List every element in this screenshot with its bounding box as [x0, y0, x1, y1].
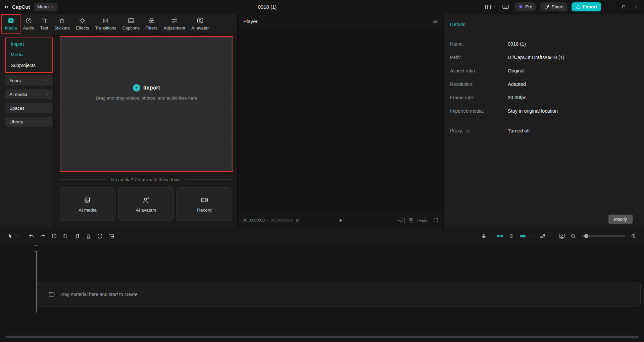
mask-icon [97, 233, 103, 239]
modify-button[interactable]: Modify [608, 215, 633, 224]
detail-value: Stay in original location [508, 108, 558, 114]
detail-value: Original [508, 68, 525, 73]
select-tool-button[interactable] [5, 231, 16, 241]
timeline-empty-hint: Drag material here and start to create [59, 292, 138, 297]
detail-label: Resolution: [450, 81, 508, 87]
film-track-icon [48, 291, 55, 298]
trim-right-button[interactable] [71, 231, 83, 241]
overlay-pip-button[interactable] [105, 231, 117, 241]
chevron-down-icon[interactable] [16, 234, 19, 238]
redo-button[interactable] [37, 231, 48, 241]
empty-track-dropzone[interactable]: Drag material here and start to create [37, 282, 641, 306]
tab-label: Captions [122, 25, 139, 31]
trim-left-button[interactable] [60, 231, 71, 241]
menu-button[interactable]: Menu [34, 3, 57, 11]
tab-ai-avatar[interactable]: AI avatar [188, 15, 212, 33]
maximize-button[interactable] [621, 4, 627, 10]
timeline-zoom-slider[interactable] [582, 235, 625, 237]
tab-stickers[interactable]: Stickers [51, 15, 73, 33]
sidebar-group-ai-media[interactable]: AI media [5, 89, 53, 99]
tab-filters[interactable]: Filters [143, 15, 160, 33]
export-button[interactable]: Export [572, 2, 601, 11]
maximize-icon [622, 5, 626, 9]
sidebar-item-import[interactable]: Import [6, 39, 52, 49]
voiceover-button[interactable] [478, 231, 490, 241]
auto-snap-toggle[interactable] [517, 231, 529, 241]
details-title: Details [450, 21, 638, 27]
sidebar-group-library[interactable]: Library [5, 117, 53, 127]
tab-effects[interactable]: Effects [73, 15, 92, 33]
import-drop-inner: Import Drag and drop videos, photos, and… [61, 38, 232, 170]
tab-adjustment[interactable]: Adjustment [160, 15, 188, 33]
annotation-box-import-section: Import Media Subprojects [5, 38, 53, 73]
export-label: Export [583, 4, 597, 9]
filters-tab-icon [148, 17, 155, 24]
zoom-in-button[interactable] [628, 231, 639, 241]
pro-button[interactable]: Pro [514, 2, 536, 11]
play-button[interactable] [337, 217, 344, 224]
details-divider [450, 121, 638, 121]
magnet-snapping-toggle[interactable] [506, 231, 517, 241]
playhead[interactable] [34, 245, 39, 251]
detail-row-imported-media: Imported media: Stay in original locatio… [450, 104, 638, 118]
total-timecode: 00:00:00:00 [271, 218, 293, 223]
undo-button[interactable] [26, 231, 37, 241]
info-icon[interactable] [465, 128, 470, 133]
import-cta-button[interactable]: Import [133, 84, 160, 92]
track-options-button[interactable] [537, 231, 548, 241]
chevron-down-icon [46, 79, 49, 82]
chevron-down-icon[interactable] [529, 234, 532, 238]
minimize-icon [609, 5, 613, 9]
logo-text: CapCut [12, 4, 30, 10]
preview-render-button[interactable] [556, 231, 567, 241]
fullscreen-button[interactable] [433, 217, 439, 223]
record-card[interactable]: Record [177, 187, 232, 221]
ai-media-card[interactable]: AI media [60, 187, 115, 221]
plus-icon [133, 84, 140, 92]
detail-row-frame-rate: Frame rate: 30.00fps [450, 91, 638, 104]
sidebar-group-yours[interactable]: Yours [5, 75, 53, 86]
timeline-horizontal-scrollbar[interactable] [5, 336, 639, 338]
close-button[interactable] [633, 4, 639, 10]
chevron-down-icon[interactable] [548, 234, 551, 238]
capcut-window: CapCut Menu 0918 (1) [0, 0, 644, 342]
detail-label: Aspect ratio: [450, 68, 508, 73]
current-timecode: 00:00:00:00 [243, 218, 265, 223]
zoom-slider-thumb[interactable] [584, 234, 588, 238]
share-button[interactable]: Share [540, 2, 567, 11]
split-button[interactable] [48, 231, 60, 241]
effects-tab-icon [79, 17, 86, 24]
sidebar-group-spaces[interactable]: Spaces [5, 103, 53, 113]
tab-media[interactable]: Media [2, 15, 20, 33]
tab-audio[interactable]: Audio [20, 15, 37, 33]
ratio-button[interactable]: Ratio [417, 218, 429, 223]
sidebar-item-subprojects[interactable]: Subprojects [6, 60, 52, 71]
undo-icon [28, 233, 35, 239]
timeline-area[interactable]: Drag material here and start to create [0, 244, 644, 342]
full-quality-button[interactable]: Full [396, 218, 405, 223]
import-drop-zone[interactable]: Import Drag and drop videos, photos, and… [60, 36, 233, 172]
detail-row-resolution: Resolution: Adapted [450, 77, 638, 91]
titlebar: CapCut Menu 0918 (1) [0, 0, 644, 14]
player-viewport[interactable] [238, 28, 443, 213]
tab-label: Audio [23, 25, 34, 31]
player-menu-button[interactable] [432, 18, 439, 24]
zoom-fit-button[interactable] [408, 217, 414, 223]
shortcuts-button[interactable] [501, 2, 510, 12]
tab-text[interactable]: Text [37, 15, 51, 33]
zoom-out-button[interactable] [567, 231, 579, 241]
tab-transitions[interactable]: Transitions [92, 15, 119, 33]
ai-avatars-card[interactable]: AI avatars [118, 187, 174, 221]
mask-button[interactable] [94, 231, 105, 241]
frame-display-icon[interactable] [295, 218, 300, 223]
minimize-button[interactable] [608, 4, 614, 10]
delete-button[interactable] [83, 231, 94, 241]
sidebar-item-media[interactable]: Media [6, 49, 52, 60]
layout-settings-button[interactable] [483, 2, 497, 12]
sidebar-media-label: Media [11, 52, 23, 57]
player-title: Player [243, 18, 258, 24]
tab-captions[interactable]: Captions [119, 15, 142, 33]
playhead-handle[interactable] [34, 245, 38, 251]
link-tracks-toggle[interactable] [494, 231, 506, 241]
divider-line [60, 179, 107, 180]
